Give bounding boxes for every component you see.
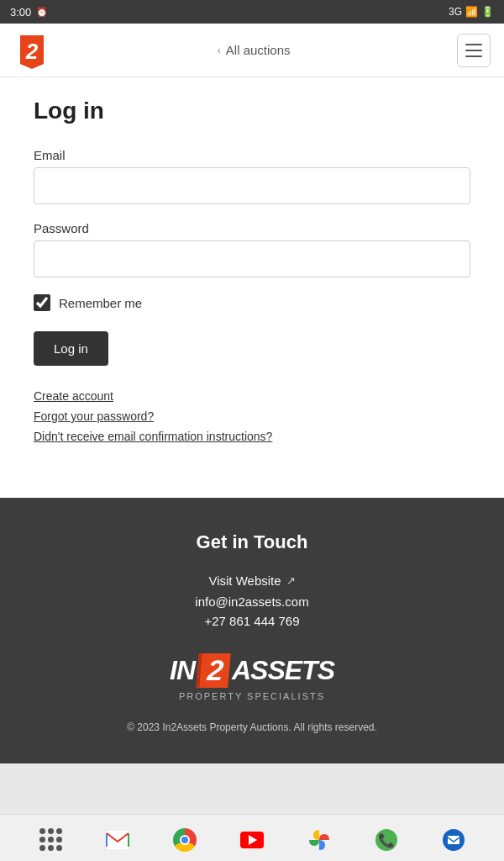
nav-logo[interactable]: 2 <box>13 32 50 69</box>
login-button[interactable]: Log in <box>34 331 108 366</box>
footer-logo-sub: Property Specialists <box>170 691 334 701</box>
messages-button[interactable] <box>437 823 470 857</box>
footer-visit-website[interactable]: Visit Website ↗ <box>17 573 487 588</box>
hamburger-menu-button[interactable] <box>457 34 491 67</box>
network-type: 3G <box>449 6 462 18</box>
status-indicators: 3G 📶 🔋 <box>449 6 494 18</box>
email-label: Email <box>34 148 470 162</box>
youtube-button[interactable] <box>235 823 269 857</box>
back-label: All auctions <box>226 43 291 57</box>
resend-confirmation-link[interactable]: Didn't receive email confirmation instru… <box>34 430 470 443</box>
spacer <box>0 763 504 814</box>
nav-bar: 2 ‹ All auctions <box>0 24 504 77</box>
remember-me-row: Remember me <box>34 294 470 311</box>
hamburger-line <box>465 44 482 45</box>
footer-phone: +27 861 444 769 <box>17 614 487 628</box>
footer-logo-assets: ASSETS <box>232 655 334 686</box>
svg-text:📞: 📞 <box>378 832 395 848</box>
battery-icon: 🔋 <box>481 6 494 18</box>
messages-icon <box>442 828 465 852</box>
footer-heading: Get in Touch <box>17 531 487 553</box>
apps-grid-icon <box>39 828 62 851</box>
page-title: Log in <box>34 98 470 124</box>
svg-rect-7 <box>448 836 459 844</box>
password-input[interactable] <box>34 240 470 277</box>
hamburger-line <box>465 50 482 51</box>
email-input[interactable] <box>34 167 470 204</box>
phone-icon: 📞 <box>375 828 398 852</box>
main-content: Log in Email Password Remember me Log in… <box>0 77 504 498</box>
password-group: Password <box>34 221 470 277</box>
footer-email: info@in2assets.com <box>17 594 487 609</box>
remember-me-label: Remember me <box>59 296 142 310</box>
footer-copyright: © 2023 In2Assets Property Auctions. All … <box>17 721 487 733</box>
youtube-icon <box>240 832 264 848</box>
apps-grid-button[interactable] <box>34 823 67 857</box>
chrome-icon <box>173 828 197 852</box>
forgot-password-link[interactable]: Forgot your password? <box>34 409 470 423</box>
back-chevron-icon: ‹ <box>217 44 220 56</box>
footer: Get in Touch Visit Website ↗ info@in2ass… <box>0 498 504 763</box>
android-taskbar: 📞 <box>0 814 504 861</box>
chrome-button[interactable] <box>168 823 202 857</box>
status-time-area: 3:00 ⏰ <box>10 6 48 18</box>
remember-me-checkbox[interactable] <box>34 294 50 311</box>
gmail-icon <box>105 830 130 850</box>
svg-text:2: 2 <box>25 39 39 64</box>
hamburger-line <box>465 55 482 57</box>
footer-logo: IN 2 ASSETS Property Specialists <box>17 653 487 701</box>
create-account-link[interactable]: Create account <box>34 389 470 403</box>
gmail-button[interactable] <box>101 823 134 857</box>
photos-icon <box>307 828 331 852</box>
email-group: Email <box>34 148 470 204</box>
status-bar: 3:00 ⏰ 3G 📶 🔋 <box>0 0 504 24</box>
status-alarm-icon: ⏰ <box>36 7 48 18</box>
back-to-auctions[interactable]: ‹ All auctions <box>217 43 290 57</box>
password-label: Password <box>34 221 470 235</box>
signal-icon: 📶 <box>465 6 478 18</box>
external-link-icon: ↗ <box>286 574 296 587</box>
footer-logo-in: IN <box>170 655 195 686</box>
photos-button[interactable] <box>302 823 336 857</box>
footer-logo-2: 2 <box>196 653 231 688</box>
auth-links: Create account Forgot your password? Did… <box>34 389 470 443</box>
phone-button[interactable]: 📞 <box>370 823 403 857</box>
status-time: 3:00 <box>10 6 31 18</box>
